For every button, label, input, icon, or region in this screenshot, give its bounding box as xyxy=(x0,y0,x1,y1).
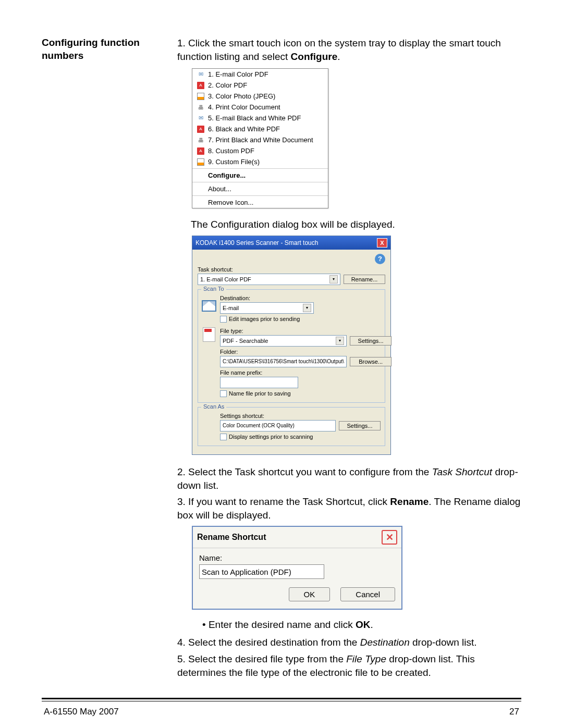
rename-name-field[interactable]: Scan to Application (PDF) xyxy=(199,564,324,579)
function-menu: ✉1. E-mail Color PDF A2. Color PDF 3. Co… xyxy=(192,68,328,208)
close-icon[interactable]: ✕ xyxy=(382,530,397,545)
pdf-icon: A xyxy=(197,147,205,155)
menu-item-1[interactable]: ✉1. E-mail Color PDF xyxy=(192,69,328,80)
scan-as-legend: Scan As xyxy=(201,403,226,410)
filetype-dropdown[interactable]: PDF - Searchable▾ xyxy=(220,335,347,347)
jpeg-icon xyxy=(197,93,205,100)
menu-item-3[interactable]: 3. Color Photo (JPEG) xyxy=(192,91,328,102)
checkbox-icon xyxy=(220,390,227,397)
close-icon[interactable]: X xyxy=(377,238,387,248)
chevron-down-icon: ▾ xyxy=(329,275,338,283)
rename-button[interactable]: Rename... xyxy=(344,275,385,284)
ok-button[interactable]: OK xyxy=(289,587,331,601)
display-settings-checkbox-row[interactable]: Display settings prior to scanning xyxy=(220,434,381,440)
task-shortcut-dropdown[interactable]: 1. E-mail Color PDF▾ xyxy=(198,274,340,285)
cancel-button[interactable]: Cancel xyxy=(340,587,395,601)
destination-label: Destination: xyxy=(220,295,391,301)
envelope-icon: ✉ xyxy=(197,71,205,78)
pdf-icon: A xyxy=(197,126,205,133)
envelope-icon: ✉ xyxy=(197,115,205,122)
printer-icon: 🖶 xyxy=(197,104,205,111)
task-shortcut-label: Task shortcut: xyxy=(198,266,385,273)
menu-item-2[interactable]: A2. Color PDF xyxy=(192,80,328,91)
page-footer: A-61550 May 2007 27 xyxy=(42,707,521,717)
dialog-titlebar: KODAK i1400 Series Scanner - Smart touch… xyxy=(192,236,390,250)
filetype-settings-button[interactable]: Settings... xyxy=(350,336,391,346)
settings-shortcut-label: Settings shortcut: xyxy=(220,413,381,419)
menu-remove-icon[interactable]: Remove Icon... xyxy=(192,197,328,208)
step-2: 2. Select the Task shortcut you want to … xyxy=(177,465,521,492)
footer-rule xyxy=(42,698,521,701)
step-4: 4. Select the desired destination from t… xyxy=(177,636,521,649)
prefix-label: File name prefix: xyxy=(220,369,391,376)
step-1-bold: Configure xyxy=(291,51,338,62)
chevron-down-icon: ▾ xyxy=(336,337,344,345)
menu-item-9[interactable]: 9. Custom File(s) xyxy=(192,156,328,167)
browse-button[interactable]: Browse... xyxy=(350,357,391,366)
menu-item-6[interactable]: A6. Black and White PDF xyxy=(192,124,328,134)
config-dialog-intro: The Configuration dialog box will be dis… xyxy=(177,218,521,231)
footer-doc-id: A-61550 May 2007 xyxy=(44,707,119,717)
name-file-checkbox-row[interactable]: Name file prior to saving xyxy=(220,390,391,397)
scan-to-group: Scan To Destination: E-mail▾ xyxy=(198,289,385,403)
settings-shortcut-field[interactable]: Color Document (OCR Quality) xyxy=(220,420,336,431)
filetype-pdf-icon xyxy=(203,327,215,342)
section-heading: Configuring function numbers xyxy=(42,36,162,62)
step-1: 1. Click the smart touch icon on the sys… xyxy=(177,36,521,63)
folder-field[interactable]: C:\DATA\USERS\l316756\Smart touch\i1300\… xyxy=(220,356,347,367)
footer-page-number: 27 xyxy=(509,707,519,717)
rename-name-label: Name: xyxy=(199,553,395,562)
rename-shortcut-dialog: Rename Shortcut ✕ Name: Scan to Applicat… xyxy=(192,526,402,610)
step-3: 3. If you want to rename the Task Shortc… xyxy=(177,495,521,522)
jpeg-icon xyxy=(197,158,205,166)
checkbox-icon xyxy=(220,316,227,323)
help-icon[interactable]: ? xyxy=(375,254,385,264)
destination-dropdown[interactable]: E-mail▾ xyxy=(220,302,314,314)
scan-as-group: Scan As Settings shortcut: Color Documen… xyxy=(198,407,385,446)
menu-about[interactable]: About... xyxy=(192,183,328,194)
menu-configure[interactable]: Configure... xyxy=(192,170,328,181)
rename-dialog-title: Rename Shortcut xyxy=(197,533,266,542)
pdf-icon: A xyxy=(197,82,205,89)
folder-label: Folder: xyxy=(220,349,391,355)
edit-images-checkbox-row[interactable]: Edit images prior to sending xyxy=(220,316,391,323)
configuration-dialog: KODAK i1400 Series Scanner - Smart touch… xyxy=(192,236,391,455)
menu-item-5[interactable]: ✉5. E-mail Black and White PDF xyxy=(192,113,328,124)
dialog-title: KODAK i1400 Series Scanner - Smart touch xyxy=(195,239,318,246)
chevron-down-icon: ▾ xyxy=(303,304,311,312)
checkbox-icon xyxy=(220,434,227,440)
scan-to-legend: Scan To xyxy=(201,286,226,292)
document-page: Configuring function numbers 1. Click th… xyxy=(0,0,563,728)
menu-item-7[interactable]: 🖶7. Print Black and White Document xyxy=(192,134,328,145)
prefix-field[interactable] xyxy=(220,377,298,388)
scanas-settings-button[interactable]: Settings... xyxy=(339,421,381,430)
printer-icon: 🖶 xyxy=(197,137,205,144)
step-5: 5. Select the desired file type from the… xyxy=(177,652,521,679)
menu-item-8[interactable]: A8. Custom PDF xyxy=(192,145,328,156)
filetype-label: File type: xyxy=(220,328,391,334)
menu-item-4[interactable]: 🖶4. Print Color Document xyxy=(192,102,328,113)
bullet-enter-name: • Enter the desired name and click OK. xyxy=(202,619,521,631)
destination-envelope-icon xyxy=(202,300,216,312)
